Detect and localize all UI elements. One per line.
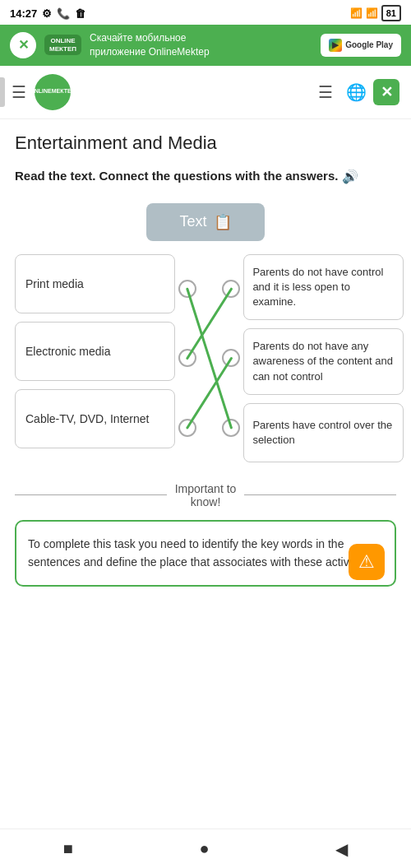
- right-circle-3[interactable]: [222, 419, 240, 437]
- battery-indicator: 81: [381, 5, 401, 21]
- warning-icon: ⚠: [358, 551, 375, 573]
- status-left: 14:27 ⚙ 📞 🗑: [10, 7, 85, 20]
- banner-logo-line2: МЕКТЕП: [49, 45, 76, 53]
- left-circle-3[interactable]: [178, 419, 196, 437]
- right-circle-1[interactable]: [222, 280, 240, 298]
- right-circle-2[interactable]: [222, 349, 240, 367]
- globe-icon[interactable]: 🌐: [346, 82, 367, 102]
- bottom-nav: ■ ● ◀: [0, 829, 411, 868]
- google-play-button[interactable]: ▶ Google Play: [321, 34, 401, 57]
- trash-icon: 🗑: [75, 7, 85, 20]
- left-column: Print media Electronic media Cable-TV, D…: [15, 254, 175, 462]
- right-item-1[interactable]: Parents do not have control and it is le…: [243, 254, 404, 321]
- wifi-icon: 📶: [350, 7, 363, 19]
- list-view-icon[interactable]: ☰: [318, 82, 333, 102]
- google-play-label: Google Play: [345, 40, 393, 49]
- text-button-label: Text: [179, 213, 206, 230]
- promo-banner: ✕ ONLINE МЕКТЕП Скачайте мобильное прило…: [0, 25, 411, 66]
- play-store-icon: ▶: [329, 39, 342, 52]
- hamburger-menu[interactable]: ☰: [12, 82, 26, 102]
- banner-text: Скачайте мобильное приложение OnlineMekt…: [90, 31, 312, 59]
- right-column: Parents do not have control and it is le…: [243, 254, 404, 462]
- settings-icon: ⚙: [42, 7, 52, 20]
- matching-container: Print media Electronic media Cable-TV, D…: [15, 254, 396, 462]
- circle-pair-1: [175, 280, 244, 298]
- task-instruction: Read the text. Connect the questions wit…: [15, 167, 396, 187]
- status-right: 📶 📶 81: [350, 5, 401, 21]
- speaker-icon[interactable]: 🔊: [342, 169, 358, 183]
- left-circle-1[interactable]: [178, 280, 196, 298]
- info-section: To complete this task you need to identi…: [15, 520, 396, 595]
- phone-icon: 📞: [57, 7, 70, 20]
- main-content: Entertainment and Media Read the text. C…: [0, 119, 411, 608]
- text-button[interactable]: Text 📋: [146, 203, 264, 241]
- close-button[interactable]: ✕: [373, 79, 399, 105]
- important-label: Important toknow!: [175, 482, 237, 508]
- left-circle-2[interactable]: [178, 349, 196, 367]
- circle-pair-3: [175, 419, 244, 437]
- middle-column: [175, 254, 244, 462]
- close-icon: ✕: [18, 37, 29, 53]
- banner-text-line1: Скачайте мобильное: [90, 31, 312, 45]
- banner-logo-line1: ONLINE: [50, 37, 75, 45]
- close-x-icon: ✕: [381, 83, 393, 101]
- banner-logo: ONLINE МЕКТЕП: [44, 35, 81, 55]
- left-item-3[interactable]: Cable-TV, DVD, Internet: [15, 389, 175, 448]
- page-title: Entertainment and Media: [15, 132, 396, 154]
- info-box: To complete this task you need to identi…: [15, 520, 396, 587]
- text-button-wrapper: Text 📋: [15, 203, 396, 241]
- dismiss-button[interactable]: ✕: [10, 32, 36, 58]
- square-button[interactable]: ■: [63, 839, 73, 858]
- task-instruction-text: Read the text. Connect the questions wit…: [15, 169, 338, 183]
- signal-icon: 📶: [366, 7, 378, 19]
- nav-bar: ☰ ONLINE МЕКТЕП ☰ 🌐 ✕: [0, 66, 411, 119]
- time-display: 14:27: [10, 7, 37, 20]
- important-row: Important toknow!: [15, 482, 396, 508]
- right-divider: [244, 494, 396, 495]
- circle-pair-2: [175, 349, 244, 367]
- info-box-text: To complete this task you need to identi…: [28, 537, 372, 569]
- banner-text-line2: приложение OnlineMektep: [90, 45, 312, 59]
- matching-activity: Print media Electronic media Cable-TV, D…: [15, 254, 396, 462]
- side-indicator: [0, 77, 5, 107]
- left-divider: [15, 494, 167, 495]
- left-item-2[interactable]: Electronic media: [15, 322, 175, 381]
- status-bar: 14:27 ⚙ 📞 🗑 📶 📶 81: [0, 0, 411, 25]
- left-item-1[interactable]: Print media: [15, 254, 175, 313]
- right-item-2[interactable]: Parents do not have any awareness of the…: [243, 328, 404, 395]
- home-button[interactable]: ●: [199, 839, 209, 858]
- document-icon: 📋: [214, 213, 232, 231]
- nav-logo: ONLINE МЕКТЕП: [35, 74, 71, 110]
- right-item-3[interactable]: Parents have control over the selection: [243, 403, 404, 462]
- warning-button[interactable]: ⚠: [349, 544, 385, 580]
- back-button[interactable]: ◀: [335, 839, 348, 859]
